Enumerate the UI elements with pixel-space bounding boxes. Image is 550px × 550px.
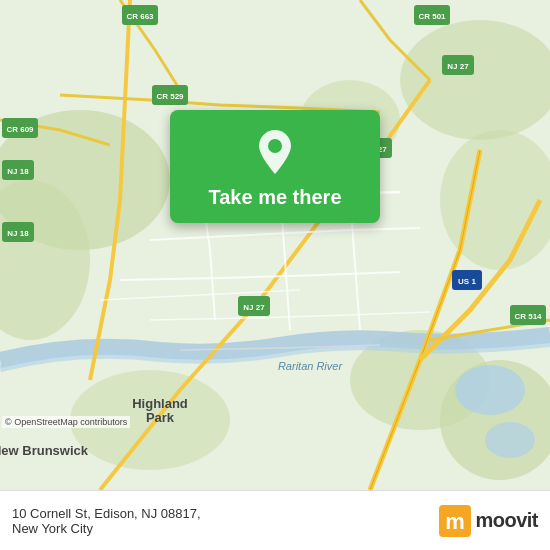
moovit-m-icon: m [439,505,471,537]
address-section: 10 Cornell St, Edison, NJ 08817, New Yor… [12,506,201,536]
svg-text:CR 609: CR 609 [6,125,34,134]
svg-text:NJ 27: NJ 27 [243,303,265,312]
moovit-logo: m moovit [439,505,538,537]
svg-point-9 [455,365,525,415]
svg-text:Highland: Highland [132,396,188,411]
take-me-there-label: Take me there [208,186,341,209]
location-pin-icon [254,128,296,176]
address-line2: New York City [12,521,201,536]
svg-text:CR 529: CR 529 [156,92,184,101]
svg-text:US 1: US 1 [458,277,476,286]
bottom-bar: 10 Cornell St, Edison, NJ 08817, New Yor… [0,490,550,550]
svg-point-37 [268,139,282,153]
svg-text:Raritan River: Raritan River [278,360,344,372]
svg-text:NJ 27: NJ 27 [447,62,469,71]
map-container: CR 663 CR 529 CR 501 CR 609 NJ 18 NJ 18 … [0,0,550,490]
svg-text:NJ 18: NJ 18 [7,167,29,176]
osm-attribution: © OpenStreetMap contributors [2,416,130,428]
take-me-there-button[interactable]: Take me there [170,110,380,223]
svg-text:Park: Park [146,410,175,425]
svg-text:New Brunswick: New Brunswick [0,443,89,458]
svg-text:CR 501: CR 501 [418,12,446,21]
svg-text:m: m [446,509,466,534]
address-line1: 10 Cornell St, Edison, NJ 08817, [12,506,201,521]
svg-point-10 [485,422,535,458]
svg-text:CR 663: CR 663 [126,12,154,21]
moovit-brand-text: moovit [475,509,538,532]
svg-text:CR 514: CR 514 [514,312,542,321]
svg-text:NJ 18: NJ 18 [7,229,29,238]
